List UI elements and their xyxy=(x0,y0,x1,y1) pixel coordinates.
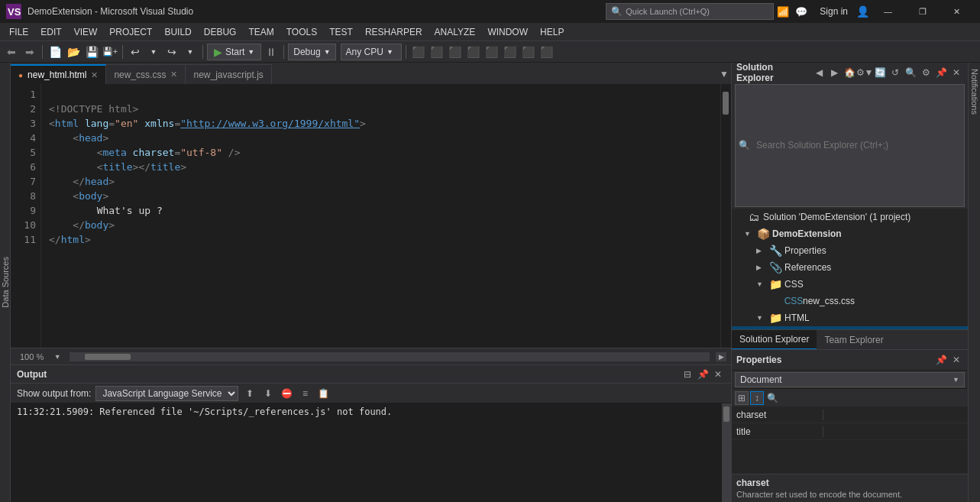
menu-team[interactable]: TEAM xyxy=(242,23,280,41)
output-pin-btn[interactable]: 📌 xyxy=(696,368,710,381)
tb-saveall-btn[interactable]: 💾+ xyxy=(102,44,118,60)
output-tb-btn2[interactable]: ⬇ xyxy=(261,387,275,400)
se-refresh-btn[interactable]: ↺ xyxy=(888,66,902,79)
se-search-input[interactable] xyxy=(753,140,964,151)
output-tb-btn3[interactable]: ⛔ xyxy=(280,387,293,400)
tb-undo-dropdown[interactable]: ▼ xyxy=(145,44,162,60)
se-pin-btn[interactable]: 📌 xyxy=(934,66,948,79)
output-source-select[interactable]: JavaScript Language Service xyxy=(95,386,238,401)
menu-edit[interactable]: EDIT xyxy=(34,23,67,41)
hscroll-thumb[interactable] xyxy=(85,354,131,360)
tree-project[interactable]: ▼ 📦 DemoExtension xyxy=(732,225,968,242)
tree-solution[interactable]: 🗂 Solution 'DemoExtension' (1 project) xyxy=(732,209,968,225)
hscroll-right-btn[interactable]: ▶ xyxy=(716,352,726,361)
menu-window[interactable]: WINDOW xyxy=(481,23,534,41)
se-bottom-tabs: Solution Explorer Team Explorer xyxy=(732,329,968,349)
tb-misc1[interactable]: ⬛ xyxy=(410,44,427,60)
se-forward-btn[interactable]: ▶ xyxy=(827,66,841,79)
menu-build[interactable]: BUILD xyxy=(158,23,197,41)
prop-pin-btn[interactable]: 📌 xyxy=(934,353,948,367)
vscroll-thumb-editor[interactable] xyxy=(723,92,729,115)
se-search-box[interactable]: 🔍 xyxy=(735,84,965,207)
tree-css-file[interactable]: CSS new_css.css xyxy=(732,293,968,309)
tb-misc8[interactable]: ⬛ xyxy=(539,44,555,60)
start-btn[interactable]: ▶ Start ▼ xyxy=(207,44,261,60)
menu-file[interactable]: FILE xyxy=(3,23,34,41)
notifications-tab[interactable]: Notifications xyxy=(969,63,981,121)
tree-properties[interactable]: ▶ 🔧 Properties xyxy=(732,242,968,259)
account-icon[interactable]: 👤 xyxy=(854,0,871,23)
hscroll-bar[interactable] xyxy=(70,352,710,361)
tb-misc5[interactable]: ⬛ xyxy=(484,44,500,60)
tb-undo-btn[interactable]: ↩ xyxy=(127,44,144,60)
tb-redo-dropdown[interactable]: ▼ xyxy=(182,44,199,60)
menu-view[interactable]: VIEW xyxy=(68,23,104,41)
prop-row-title[interactable]: title xyxy=(732,423,968,440)
tree-css-folder[interactable]: ▼ 📁 CSS xyxy=(732,276,968,293)
tb-misc7[interactable]: ⬛ xyxy=(520,44,537,60)
se-sync-btn[interactable]: 🔄 xyxy=(873,66,887,79)
zoom-dropdown[interactable]: ▼ xyxy=(51,351,63,363)
close-btn[interactable]: ✕ xyxy=(940,0,974,23)
tb-back-btn[interactable]: ⬅ xyxy=(3,44,20,60)
prop-icon-grid-btn[interactable]: ⊞ xyxy=(735,391,749,405)
menu-tools[interactable]: TOOLS xyxy=(280,23,323,41)
prop-icon-sort-btn[interactable]: ↕ xyxy=(750,391,764,405)
output-vscroll-thumb[interactable] xyxy=(723,406,729,422)
tree-html-folder[interactable]: ▼ 📁 HTML xyxy=(732,309,968,326)
menu-project[interactable]: PROJECT xyxy=(103,23,158,41)
output-tb-btn1[interactable]: ⬆ xyxy=(243,387,257,400)
prop-close-btn[interactable]: ✕ xyxy=(949,353,963,367)
menu-resharper[interactable]: RESHARPER xyxy=(359,23,429,41)
tb-misc3[interactable]: ⬛ xyxy=(447,44,464,60)
prop-row-charset[interactable]: charset xyxy=(732,406,968,423)
tb-forward-btn[interactable]: ➡ xyxy=(21,44,38,60)
se-back-btn[interactable]: ◀ xyxy=(812,66,826,79)
se-refresh-menu[interactable]: ⚙▼ xyxy=(858,66,872,79)
se-tab-team-explorer[interactable]: Team Explorer xyxy=(817,330,891,350)
output-vscroll[interactable] xyxy=(722,403,731,502)
se-close-btn[interactable]: ✕ xyxy=(949,66,963,79)
tb-pause-btn[interactable]: ⏸ xyxy=(263,44,280,60)
tab-new-js[interactable]: new_javascript.js xyxy=(186,64,271,84)
menu-test[interactable]: TEST xyxy=(323,23,359,41)
references-label: References xyxy=(784,262,831,273)
tab-new-html[interactable]: ● new_html.html ✕ xyxy=(11,64,106,84)
output-tb-btn4[interactable]: ≡ xyxy=(298,387,312,400)
tb-save-btn[interactable]: 💾 xyxy=(83,44,100,60)
code-editor[interactable]: <!DOCTYPE html> <html lang="en" xmlns="h… xyxy=(41,84,720,348)
sign-in-btn[interactable]: Sign in xyxy=(813,6,854,17)
margin-vscroll[interactable] xyxy=(721,84,730,348)
output-expand-btn[interactable]: ⊟ xyxy=(681,368,694,381)
quick-launch-box[interactable]: 🔍 Quick Launch (Ctrl+Q) xyxy=(606,3,774,20)
cpu-dropdown[interactable]: Any CPU ▼ xyxy=(341,44,402,60)
minimize-btn[interactable]: — xyxy=(871,0,905,23)
tab-new-css[interactable]: new_css.css ✕ xyxy=(106,64,186,84)
restore-btn[interactable]: ❐ xyxy=(905,0,940,23)
tb-misc6[interactable]: ⬛ xyxy=(502,44,519,60)
tab-css-close[interactable]: ✕ xyxy=(170,70,177,79)
menu-analyze[interactable]: ANALYZE xyxy=(429,23,482,41)
se-tab-solution-explorer[interactable]: Solution Explorer xyxy=(732,330,817,350)
tb-open-btn[interactable]: 📂 xyxy=(65,44,82,60)
output-close-btn[interactable]: ✕ xyxy=(711,368,725,381)
prop-doc-label: Document xyxy=(740,374,782,385)
tb-misc2[interactable]: ⬛ xyxy=(429,44,445,60)
se-home-btn[interactable]: 🏠 xyxy=(843,66,856,79)
tb-misc4[interactable]: ⬛ xyxy=(465,44,482,60)
tree-references[interactable]: ▶ 📎 References xyxy=(732,259,968,276)
se-options-btn[interactable]: ⚙ xyxy=(919,66,933,79)
prop-icon-search-btn[interactable]: 🔍 xyxy=(765,391,779,405)
debug-dropdown[interactable]: Debug ▼ xyxy=(288,44,335,60)
output-tb-btn5[interactable]: 📋 xyxy=(316,387,330,400)
prop-doc-select[interactable]: Document ▼ xyxy=(735,372,965,387)
se-filter-btn[interactable]: 🔍 xyxy=(904,66,917,79)
menu-debug[interactable]: DEBUG xyxy=(198,23,243,41)
solution-label: Solution 'DemoExtension' (1 project) xyxy=(763,212,910,222)
main-area: Data Sources ● new_html.html ✕ new_css.c… xyxy=(0,63,980,502)
tb-new-btn[interactable]: 📄 xyxy=(47,44,63,60)
tb-redo-btn[interactable]: ↪ xyxy=(163,44,180,60)
tab-html-close[interactable]: ✕ xyxy=(91,70,98,80)
tab-dropdown-btn[interactable]: ▼ xyxy=(717,64,731,84)
menu-help[interactable]: HELP xyxy=(534,23,570,41)
